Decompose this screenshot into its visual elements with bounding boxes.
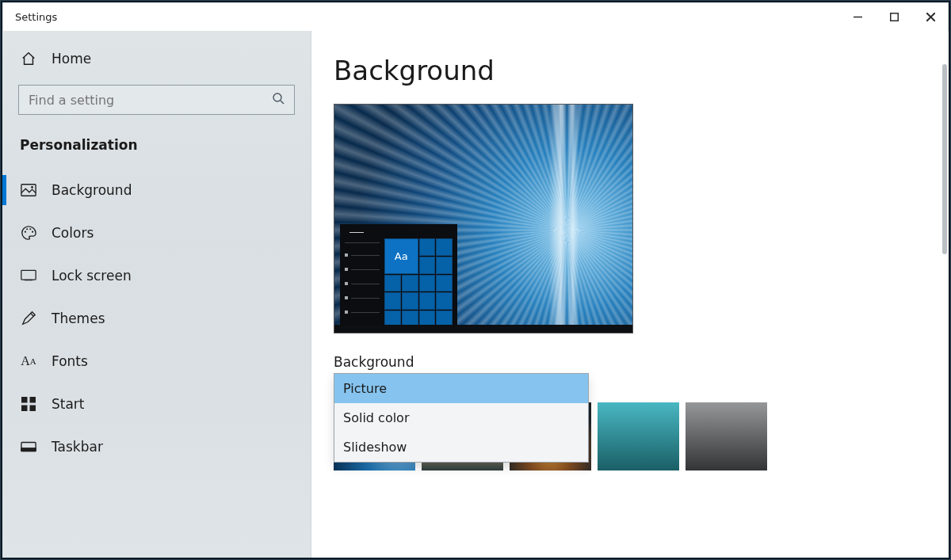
svg-rect-17 (30, 406, 36, 412)
search-input[interactable] (29, 93, 272, 108)
background-dropdown[interactable]: Picture Solid color Slideshow (334, 373, 589, 463)
search-container (2, 80, 311, 121)
svg-point-8 (25, 231, 26, 233)
sidebar-item-label: Fonts (52, 353, 88, 369)
picture-thumb-5[interactable] (686, 402, 767, 470)
background-dropdown-label: Background (334, 354, 926, 370)
home-label: Home (52, 51, 91, 67)
theme-icon (20, 310, 37, 327)
scrollbar-thumb[interactable] (942, 64, 947, 254)
window-controls (839, 2, 949, 31)
picture-icon (20, 181, 37, 199)
sidebar-item-label: Start (52, 396, 85, 412)
sidebar-item-start[interactable]: Start (2, 383, 311, 425)
fonts-icon: AA (20, 352, 37, 370)
svg-rect-14 (21, 397, 28, 403)
sample-text-tile: Aa (384, 238, 418, 274)
sidebar-item-label: Taskbar (52, 439, 103, 455)
sidebar: Home Personalization (2, 31, 311, 558)
sidebar-item-taskbar[interactable]: Taskbar (2, 425, 311, 468)
svg-rect-19 (21, 448, 36, 451)
svg-rect-16 (21, 406, 28, 412)
dropdown-option-solid-color[interactable]: Solid color (334, 403, 588, 432)
page-title: Background (334, 55, 926, 86)
svg-point-11 (32, 231, 33, 233)
taskbar-icon (20, 438, 37, 455)
start-icon (20, 395, 37, 413)
dropdown-option-slideshow[interactable]: Slideshow (334, 432, 588, 462)
sidebar-item-label: Colors (52, 225, 94, 241)
section-heading: Personalization (2, 121, 311, 162)
lockscreen-icon (20, 267, 37, 284)
sidebar-item-label: Themes (52, 310, 105, 326)
desktop-preview: Aa (334, 104, 633, 333)
sidebar-item-themes[interactable]: Themes (2, 297, 311, 340)
window-title: Settings (15, 11, 57, 23)
maximize-icon (890, 13, 899, 21)
sidebar-item-background[interactable]: Background (2, 169, 311, 211)
titlebar: Settings (2, 2, 949, 31)
palette-icon (20, 224, 37, 242)
svg-point-4 (273, 93, 281, 101)
sidebar-item-label: Background (52, 182, 132, 198)
svg-rect-13 (25, 280, 32, 280)
svg-point-9 (26, 228, 28, 230)
sidebar-item-fonts[interactable]: AA Fonts (2, 340, 311, 383)
minimize-button[interactable] (839, 2, 876, 31)
settings-window: Settings Home (2, 2, 949, 558)
svg-point-10 (29, 228, 31, 230)
sidebar-item-colors[interactable]: Colors (2, 211, 311, 254)
start-menu-mock: Aa (340, 224, 457, 333)
taskbar-mock (334, 325, 632, 333)
svg-rect-12 (21, 270, 36, 280)
search-box[interactable] (18, 85, 295, 115)
close-icon (926, 13, 935, 21)
home-button[interactable]: Home (2, 37, 311, 80)
sidebar-item-lock-screen[interactable]: Lock screen (2, 254, 311, 297)
svg-line-5 (281, 101, 284, 104)
close-button[interactable] (912, 2, 949, 31)
maximize-button[interactable] (876, 2, 912, 31)
search-icon (272, 92, 285, 108)
svg-rect-15 (30, 397, 36, 403)
svg-rect-1 (890, 13, 898, 21)
svg-point-7 (31, 186, 33, 189)
dropdown-option-picture[interactable]: Picture (334, 374, 588, 403)
home-icon (20, 50, 37, 67)
main-content: Background Aa (311, 31, 949, 558)
sidebar-item-label: Lock screen (52, 268, 132, 284)
minimize-icon (854, 13, 862, 21)
picture-thumb-4[interactable] (598, 402, 679, 470)
